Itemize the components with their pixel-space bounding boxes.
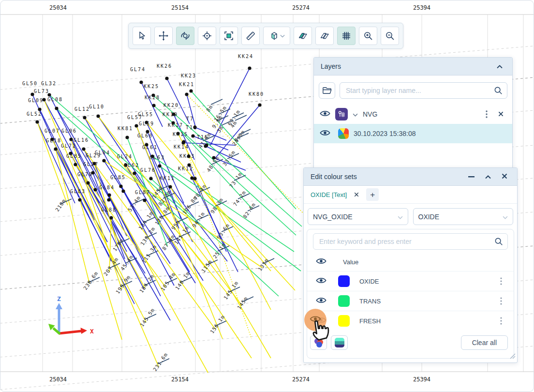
value-label: OXIDE	[359, 278, 379, 285]
colour-set-tabs: OXIDE [Text] +	[304, 186, 517, 204]
view-toolbar	[128, 23, 403, 49]
layer-row-nvg[interactable]: NVG	[314, 105, 512, 124]
toggle-all-visibility[interactable]	[316, 257, 326, 266]
dialog-header[interactable]: Edit colour sets	[304, 168, 517, 186]
drillhole-collar[interactable]	[125, 136, 129, 139]
drillhole-collar[interactable]	[83, 116, 86, 119]
drillhole-collar[interactable]	[78, 198, 81, 201]
drillhole-collar[interactable]	[54, 147, 57, 151]
toolbar-zoom-in-button[interactable]	[359, 27, 377, 45]
drillhole-collar[interactable]	[258, 103, 261, 106]
resize-handle[interactable]	[510, 352, 516, 361]
add-tab-button[interactable]: +	[366, 188, 379, 201]
drillhole-collar[interactable]	[190, 176, 193, 180]
drillhole-collar[interactable]	[82, 147, 85, 151]
toolbar-measure-button[interactable]	[241, 27, 260, 45]
oxide-visibility-toggle[interactable]	[316, 277, 326, 286]
drillhole-collar[interactable]	[86, 181, 89, 184]
drillhole-collar[interactable]	[93, 188, 97, 191]
drillhole-collar[interactable]	[189, 89, 193, 92]
trans-visibility-toggle[interactable]	[316, 297, 326, 305]
drillhole-collar[interactable]	[145, 143, 148, 146]
drillhole-label: KK11	[160, 176, 175, 181]
tab-oxide-text[interactable]: OXIDE [Text]	[311, 191, 347, 198]
drillhole-collar[interactable]	[107, 198, 110, 201]
depth-label: 131m	[257, 257, 270, 272]
fresh-color-swatch[interactable]	[338, 315, 350, 327]
value-row-fresh[interactable]: FRESH	[307, 311, 514, 331]
layer-row-date[interactable]: 30.10.2023 15:38:08	[314, 124, 512, 143]
drillhole-collar[interactable]	[187, 154, 190, 158]
oxide-menu-button[interactable]	[497, 276, 505, 286]
drillhole-collar[interactable]	[191, 134, 194, 137]
layer-menu-button[interactable]	[483, 109, 490, 119]
value-row-trans[interactable]: TRANS	[307, 291, 514, 311]
layer-search-input[interactable]	[340, 82, 507, 99]
axis-x-label: X	[90, 328, 94, 335]
drillhole-collar[interactable]	[168, 185, 172, 188]
open-layer-button[interactable]	[319, 82, 335, 99]
drillhole-label: GL61	[142, 145, 158, 150]
chevron-down-icon[interactable]	[353, 110, 358, 118]
toolbar-pan-button[interactable]	[154, 27, 173, 45]
grid-coordinate-label: 25154	[171, 376, 189, 383]
trans-color-swatch[interactable]	[338, 295, 350, 307]
sublayer-visibility-toggle[interactable]	[320, 129, 330, 138]
dialog-minimize-button[interactable]	[465, 175, 477, 179]
drillhole-collar[interactable]	[133, 171, 136, 175]
drillhole-collar[interactable]	[134, 124, 138, 127]
drillhole-label: GL85	[66, 153, 82, 159]
drillhole-collar[interactable]	[119, 184, 122, 188]
layers-collapse-button[interactable]	[494, 62, 505, 71]
toolbar-select-button[interactable]	[133, 27, 151, 45]
tab-close-button[interactable]	[352, 190, 361, 199]
layer-date-label: 30.10.2023 15:38:08	[354, 130, 415, 137]
toolbar-clip-planes-button[interactable]	[315, 27, 334, 45]
drillhole-collar[interactable]	[102, 159, 105, 162]
drillhole-collar[interactable]	[74, 163, 77, 166]
trans-menu-button[interactable]	[497, 296, 505, 306]
dialog-collapse-button[interactable]	[482, 172, 494, 181]
toolbar-zoom-out-button[interactable]	[381, 27, 399, 45]
value-list-box: Value OXIDE	[307, 229, 514, 359]
toolbar-view-cube-button[interactable]	[263, 27, 290, 45]
drillhole-collar[interactable]	[139, 80, 143, 84]
drillhole-collar[interactable]	[121, 189, 125, 193]
drillhole-collar[interactable]	[212, 156, 215, 159]
toolbar-clip-plane-button[interactable]	[294, 27, 312, 45]
drillhole-collar[interactable]	[158, 164, 161, 167]
toolbar-target-button[interactable]	[198, 27, 216, 45]
toolbar-grid-button[interactable]	[337, 27, 356, 45]
drillhole-collar[interactable]	[96, 114, 100, 118]
drillhole-collar[interactable]	[35, 120, 39, 123]
drillhole-collar[interactable]	[55, 106, 58, 110]
clear-all-button[interactable]: Clear all	[461, 335, 508, 350]
drillhole-label: KK81	[118, 126, 133, 131]
drillhole-collar[interactable]	[152, 104, 155, 107]
toolbar-orbit-button[interactable]	[176, 27, 194, 45]
attribute-select[interactable]: OXIDE	[413, 208, 514, 225]
drillhole-collar[interactable]	[149, 177, 152, 180]
fresh-menu-button[interactable]	[497, 316, 505, 326]
drillhole-collar[interactable]	[107, 193, 111, 196]
layer-close-button[interactable]	[495, 109, 506, 119]
drillhole-collar[interactable]	[165, 76, 168, 80]
keyword-input[interactable]	[313, 233, 508, 250]
depth-label: 74.2m	[232, 189, 247, 207]
drillhole-collar[interactable]	[109, 216, 113, 219]
layer-visibility-toggle[interactable]	[320, 110, 330, 119]
drillhole-collar[interactable]	[38, 107, 41, 111]
drillhole-collar[interactable]	[248, 66, 251, 70]
oxide-color-swatch[interactable]	[338, 275, 350, 287]
drillhole-collar[interactable]	[193, 177, 196, 180]
colour-set-select[interactable]: NVG_OXIDE	[308, 208, 408, 225]
drillhole-collar[interactable]	[185, 92, 188, 96]
drillhole-collar[interactable]	[143, 198, 146, 202]
drillhole-collar[interactable]	[69, 137, 73, 141]
drillhole-label: KK21	[179, 82, 194, 87]
dialog-close-button[interactable]	[499, 172, 510, 181]
drillhole-collar[interactable]	[205, 143, 208, 147]
toolbar-zoom-extent-button[interactable]	[220, 27, 238, 45]
drillhole-trace[interactable]	[187, 94, 195, 127]
value-row-oxide[interactable]: OXIDE	[307, 271, 514, 291]
